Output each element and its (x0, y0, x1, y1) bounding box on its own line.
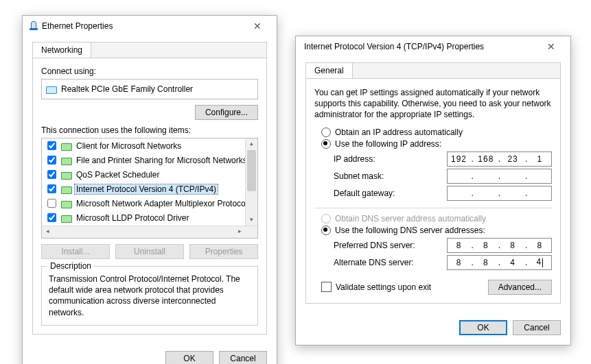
list-item[interactable]: Internet Protocol Version 4 (TCP/IPv4) (42, 182, 246, 196)
adapter-field[interactable]: Realtek PCIe GbE Family Controller (41, 79, 258, 99)
connect-using-label: Connect using: (41, 66, 258, 76)
subnet-mask-input[interactable]: . . . (447, 169, 552, 184)
component-icon (61, 184, 72, 194)
text-caret (542, 258, 543, 267)
checkbox-icon (321, 282, 332, 292)
ethernet-properties-dialog: Ethernet Properties ✕ Networking Connect… (22, 15, 277, 364)
install-button[interactable]: Install... (41, 244, 110, 259)
dialog-title: Internet Protocol Version 4 (TCP/IPv4) P… (301, 42, 537, 51)
validate-checkbox[interactable]: Validate settings upon exit (321, 282, 431, 292)
radio-label: Use the following DNS server addresses: (335, 226, 485, 235)
alternate-dns-label: Alternate DNS server: (334, 258, 447, 267)
items-label: This connection uses the following items… (41, 125, 258, 135)
default-gateway-input[interactable]: . . . (447, 186, 552, 201)
checkbox[interactable] (47, 213, 56, 222)
component-icon (61, 170, 72, 180)
list-item[interactable]: QoS Packet Scheduler (42, 167, 246, 182)
adapter-name: Realtek PCIe GbE Family Controller (61, 84, 193, 94)
ok-button[interactable]: OK (165, 351, 213, 364)
component-icon (61, 199, 72, 208)
ip-address-label: IP address: (334, 154, 447, 164)
description-title: Description (47, 261, 94, 271)
radio-dns-auto: Obtain DNS server address automatically (321, 214, 552, 223)
info-text: You can get IP settings assigned automat… (314, 87, 552, 121)
list-item[interactable]: File and Printer Sharing for Microsoft N… (42, 153, 246, 167)
ethernet-icon (28, 21, 39, 32)
radio-ip-auto[interactable]: Obtain an IP address automatically (321, 128, 552, 137)
close-icon[interactable]: ✕ (244, 21, 271, 32)
description-group: Description Transmission Control Protoco… (41, 266, 258, 326)
configure-button[interactable]: Configure... (195, 105, 258, 120)
alternate-dns-input[interactable]: 8. 8. 4. 4 (447, 255, 552, 270)
vertical-scrollbar[interactable]: ▴▾ (245, 138, 257, 226)
checkbox[interactable] (47, 184, 56, 193)
close-icon[interactable]: ✕ (537, 41, 565, 52)
cancel-button[interactable]: Cancel (219, 351, 267, 364)
ip-address-input[interactable]: 192. 168. 23. 1 (447, 151, 552, 167)
radio-icon (321, 128, 331, 137)
tab-general[interactable]: General (306, 63, 353, 78)
titlebar[interactable]: Ethernet Properties ✕ (23, 16, 277, 36)
checkbox[interactable] (47, 199, 56, 208)
component-icon (61, 213, 72, 223)
ipv4-properties-dialog: Internet Protocol Version 4 (TCP/IPv4) P… (295, 36, 571, 345)
tab-networking[interactable]: Networking (33, 43, 91, 58)
list-item-label: File and Printer Sharing for Microsoft N… (75, 156, 246, 165)
tabstrip: General (305, 62, 561, 79)
radio-label: Obtain an IP address automatically (335, 128, 463, 137)
cancel-button[interactable]: Cancel (513, 320, 561, 335)
checkbox[interactable] (47, 156, 56, 165)
list-item[interactable]: Microsoft Network Adapter Multiplexor Pr… (42, 196, 246, 210)
components-list[interactable]: Client for Microsoft NetworksFile and Pr… (41, 138, 258, 239)
radio-label: Obtain DNS server address automatically (335, 214, 486, 223)
list-item-label: Microsoft LLDP Protocol Driver (75, 213, 191, 223)
titlebar[interactable]: Internet Protocol Version 4 (TCP/IPv4) P… (296, 36, 570, 57)
separator (314, 208, 552, 208)
list-item[interactable]: Microsoft LLDP Protocol Driver (42, 210, 246, 225)
checkbox[interactable] (47, 141, 56, 150)
radio-icon (321, 226, 331, 235)
tabstrip: Networking (32, 42, 267, 58)
preferred-dns-input[interactable]: 8. 8. 8. 8 (447, 238, 552, 253)
component-icon (61, 141, 72, 151)
radio-dns-manual[interactable]: Use the following DNS server addresses: (321, 226, 552, 235)
uninstall-button[interactable]: Uninstall (115, 244, 184, 259)
ok-button[interactable]: OK (459, 320, 507, 335)
list-item-label: Client for Microsoft Networks (75, 141, 183, 151)
description-text: Transmission Control Protocol/Internet P… (49, 274, 251, 318)
radio-icon (321, 139, 331, 149)
radio-ip-manual[interactable]: Use the following IP address: (321, 139, 552, 149)
checkbox-label: Validate settings upon exit (336, 282, 431, 292)
list-item-label: Internet Protocol Version 4 (TCP/IPv4) (75, 184, 218, 194)
radio-icon (321, 214, 331, 223)
adapter-icon (46, 84, 57, 94)
dialog-title: Ethernet Properties (39, 21, 244, 31)
checkbox[interactable] (47, 170, 56, 179)
radio-label: Use the following IP address: (335, 139, 441, 149)
list-item-label: Microsoft Network Adapter Multiplexor Pr… (75, 199, 246, 208)
list-item-label: QoS Packet Scheduler (75, 170, 161, 180)
preferred-dns-label: Preferred DNS server: (334, 241, 447, 250)
default-gateway-label: Default gateway: (334, 189, 447, 198)
advanced-button[interactable]: Advanced... (488, 280, 552, 295)
component-icon (61, 156, 72, 165)
horizontal-scrollbar[interactable]: ◂▸ (42, 226, 257, 238)
subnet-mask-label: Subnet mask: (334, 171, 447, 181)
list-item[interactable]: Client for Microsoft Networks (42, 138, 246, 153)
properties-button[interactable]: Properties (189, 244, 258, 259)
